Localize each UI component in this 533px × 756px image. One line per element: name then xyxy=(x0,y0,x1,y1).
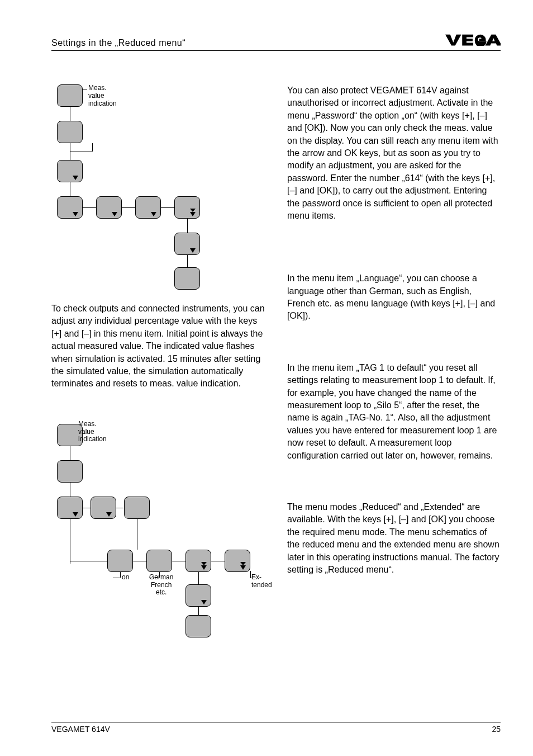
left-column: Meas. value indication xyxy=(51,84,265,636)
diagram-line xyxy=(70,519,70,564)
diagram-line xyxy=(92,143,93,152)
diagram-box xyxy=(96,196,122,219)
diagram-line xyxy=(161,207,174,208)
diagram-box xyxy=(174,233,200,255)
right-column: You can also protect VEGAMET 614V agains… xyxy=(287,84,501,636)
page-footer: VEGAMET 614V 25 xyxy=(51,722,501,734)
diagram-box xyxy=(124,497,150,519)
diagram-box xyxy=(107,550,133,572)
paragraph: The menu modes „Reduced“ and „Extended“ … xyxy=(287,501,501,576)
paragraph: You can also protect VEGAMET 614V agains… xyxy=(287,84,501,222)
arrow-down-icon xyxy=(73,176,78,180)
diagram-line xyxy=(70,446,70,460)
arrow-down-icon xyxy=(190,248,196,253)
body-text: To check outputs and connected instrumen… xyxy=(51,303,265,390)
diagram-box xyxy=(57,460,83,483)
footer-page-number: 25 xyxy=(492,725,501,734)
diagram-box xyxy=(185,615,211,637)
diagram-box xyxy=(146,550,172,572)
diagram-line xyxy=(250,571,251,578)
diagram-line xyxy=(116,508,124,508)
diagram-box xyxy=(185,584,211,607)
arrow-double-down-icon xyxy=(240,565,246,570)
diagram-label-lang: German French etc. xyxy=(149,574,173,597)
paragraph: In the menu item „TAG 1 to default“ you … xyxy=(287,362,501,462)
diagram-line xyxy=(70,107,70,121)
diagram-box xyxy=(57,497,83,519)
page: Settings in the „Reduced menu“ Meas. val… xyxy=(0,0,533,756)
diagram-line xyxy=(70,182,70,196)
arrow-double-down-icon xyxy=(201,565,207,570)
arrow-down-icon xyxy=(151,212,156,216)
diagram-line xyxy=(198,572,199,584)
diagram-box xyxy=(91,497,116,519)
content-columns: Meas. value indication xyxy=(51,84,501,636)
vega-logo xyxy=(445,34,501,48)
diagram-box xyxy=(57,121,83,143)
diagram-line xyxy=(113,578,120,578)
diagram-line xyxy=(187,255,188,267)
diagram-label: Meas. value indication xyxy=(78,420,107,443)
diagram-line xyxy=(120,572,121,578)
diagram-line xyxy=(83,508,91,508)
diagram-box xyxy=(225,550,250,572)
diagram-box xyxy=(135,196,161,219)
diagram-line xyxy=(70,483,70,497)
diagram-box xyxy=(57,84,83,107)
menu-diagram-1: Meas. value indication xyxy=(51,84,265,291)
paragraph: To check outputs and connected instrumen… xyxy=(51,303,265,390)
diagram-line xyxy=(172,561,185,561)
diagram-box xyxy=(174,267,200,290)
diagram-line xyxy=(70,152,92,152)
diagram-box xyxy=(185,550,211,572)
arrow-down-icon xyxy=(106,512,112,517)
diagram-label: Meas. value indication xyxy=(88,84,117,107)
footer-product: VEGAMET 614V xyxy=(51,725,110,734)
arrow-down-icon xyxy=(73,512,78,517)
paragraph: In the menu item „Language“, you can cho… xyxy=(287,272,501,323)
diagram-line xyxy=(137,519,137,550)
menu-diagram-2: Meas. value indication xyxy=(51,424,265,625)
diagram-line xyxy=(211,561,225,561)
diagram-line xyxy=(83,89,87,89)
diagram-box xyxy=(57,196,83,219)
arrow-down-icon xyxy=(112,212,117,216)
arrow-double-down-icon xyxy=(190,212,196,216)
diagram-line xyxy=(187,219,188,233)
diagram-line xyxy=(198,607,199,615)
diagram-label-on: on xyxy=(122,574,129,582)
page-header: Settings in the „Reduced menu“ xyxy=(51,29,501,51)
diagram-box xyxy=(174,196,200,219)
diagram-line xyxy=(83,207,96,208)
arrow-down-icon xyxy=(73,212,78,216)
diagram-line xyxy=(122,207,135,208)
diagram-box xyxy=(57,160,83,182)
diagram-line xyxy=(133,561,146,561)
header-title: Settings in the „Reduced menu“ xyxy=(51,38,185,48)
diagram-line xyxy=(70,561,107,561)
arrow-down-icon xyxy=(201,600,207,604)
diagram-label-extended: Ex- tended xyxy=(251,574,272,589)
